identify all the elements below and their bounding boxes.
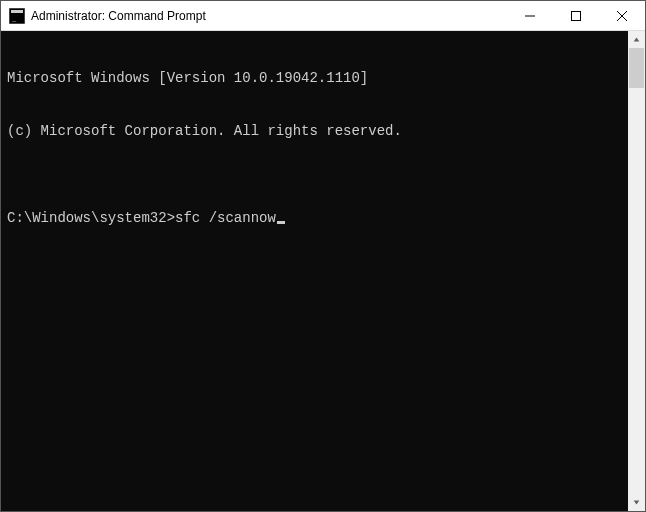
scroll-thumb[interactable]: [629, 48, 644, 88]
maximize-button[interactable]: [553, 1, 599, 30]
command-prompt-window: _ Administrator: Command Prompt Microsof…: [0, 0, 646, 512]
scroll-up-button[interactable]: [628, 31, 645, 48]
svg-marker-7: [634, 37, 640, 41]
titlebar[interactable]: _ Administrator: Command Prompt: [1, 1, 645, 31]
scroll-down-button[interactable]: [628, 494, 645, 511]
scrollbar[interactable]: [628, 31, 645, 511]
minimize-button[interactable]: [507, 1, 553, 30]
close-button[interactable]: [599, 1, 645, 30]
command-input[interactable]: sfc /scannow: [175, 210, 276, 226]
window-title: Administrator: Command Prompt: [31, 9, 507, 23]
prompt: C:\Windows\system32>: [7, 210, 175, 226]
terminal-line: (c) Microsoft Corporation. All rights re…: [7, 123, 622, 141]
terminal-area: Microsoft Windows [Version 10.0.19042.11…: [1, 31, 645, 511]
prompt-line: C:\Windows\system32>sfc /scannow: [7, 210, 622, 228]
terminal-line: Microsoft Windows [Version 10.0.19042.11…: [7, 70, 622, 88]
svg-rect-1: [11, 10, 23, 13]
cmd-icon: _: [9, 8, 25, 24]
cursor: [277, 221, 285, 224]
terminal[interactable]: Microsoft Windows [Version 10.0.19042.11…: [1, 31, 628, 511]
svg-marker-8: [634, 500, 640, 504]
window-controls: [507, 1, 645, 30]
svg-rect-4: [572, 11, 581, 20]
